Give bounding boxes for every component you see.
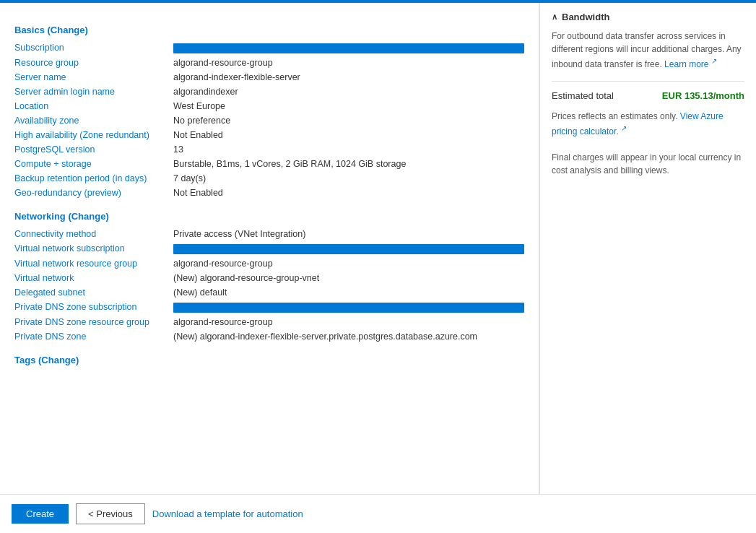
bandwidth-description: For outbound data transfer across servic… [552, 30, 744, 71]
label-connectivity: Connectivity method [14, 229, 173, 239]
field-row-connectivity: Connectivity method Private access (VNet… [14, 229, 524, 239]
value-dns-rg: algorand-resource-group [173, 317, 524, 327]
value-delegated-subnet: (New) default [173, 287, 524, 298]
tags-header[interactable]: Tags (Change) [14, 355, 524, 365]
value-server-name: algorand-indexer-flexible-server [173, 72, 524, 82]
label-subscription: Subscription [14, 43, 173, 53]
basics-header[interactable]: Basics (Change) [14, 25, 524, 35]
label-delegated-subnet: Delegated subnet [14, 287, 173, 298]
previous-button[interactable]: < Previous [76, 503, 145, 524]
label-admin-login: Server admin login name [14, 87, 173, 97]
external-link-icon-2: ↗ [621, 124, 627, 132]
basics-section: Basics (Change) Subscription Resource gr… [14, 25, 524, 198]
label-vnet-subscription: Virtual network subscription [14, 243, 173, 254]
label-availability-zone: Availability zone [14, 116, 173, 126]
cost-panel: ∧ Bandwidth For outbound data transfer a… [539, 3, 756, 494]
chevron-up-icon: ∧ [552, 12, 557, 22]
estimated-total-row: Estimated total EUR 135.13/month [552, 81, 744, 101]
pricing-note: Prices reflects an estimates only. View … [552, 110, 744, 177]
value-backup-retention: 7 day(s) [173, 173, 524, 183]
value-vnet: (New) algorand-resource-group-vnet [173, 273, 524, 283]
value-availability-zone: No preference [173, 116, 524, 126]
label-compute-storage: Compute + storage [14, 159, 173, 169]
estimated-total-label: Estimated total [552, 90, 614, 101]
networking-section: Networking (Change) Connectivity method … [14, 211, 524, 342]
learn-more-link[interactable]: Learn more ↗ [664, 59, 717, 69]
field-row-pg-version: PostgreSQL version 13 [14, 144, 524, 155]
field-row-vnet: Virtual network (New) algorand-resource-… [14, 273, 524, 283]
label-geo-redundancy: Geo-redundancy (preview) [14, 188, 173, 198]
bandwidth-title: Bandwidth [562, 12, 609, 22]
field-row-geo-redundancy: Geo-redundancy (preview) Not Enabled [14, 188, 524, 198]
external-link-icon: ↗ [711, 57, 717, 65]
value-dns-zone: (New) algorand-indexer-flexible-server.p… [173, 332, 524, 342]
label-dns-subscription: Private DNS zone subscription [14, 302, 173, 312]
value-admin-login: algorandindexer [173, 87, 524, 97]
bandwidth-title-row: ∧ Bandwidth [552, 12, 744, 22]
field-row-delegated-subnet: Delegated subnet (New) default [14, 287, 524, 298]
field-row-vnet-rg: Virtual network resource group algorand-… [14, 259, 524, 269]
label-server-name: Server name [14, 72, 173, 82]
label-vnet: Virtual network [14, 273, 173, 283]
value-connectivity: Private access (VNet Integration) [173, 229, 524, 239]
field-row-dns-rg: Private DNS zone resource group algorand… [14, 317, 524, 327]
tags-section: Tags (Change) [14, 355, 524, 365]
label-dns-rg: Private DNS zone resource group [14, 317, 173, 327]
label-resource-group: Resource group [14, 58, 173, 68]
value-high-availability: Not Enabled [173, 130, 524, 140]
label-backup-retention: Backup retention period (in days) [14, 173, 173, 183]
value-compute-storage: Burstable, B1ms, 1 vCores, 2 GiB RAM, 10… [173, 159, 524, 169]
estimated-total-value: EUR 135.13/month [662, 90, 744, 101]
field-row-vnet-subscription: Virtual network subscription [14, 243, 524, 254]
value-subscription [173, 43, 524, 53]
field-row-resource-group: Resource group algorand-resource-group [14, 58, 524, 68]
value-vnet-subscription [173, 244, 524, 254]
value-vnet-rg: algorand-resource-group [173, 259, 524, 269]
label-location: Location [14, 101, 173, 111]
value-location: West Europe [173, 101, 524, 111]
field-row-dns-zone: Private DNS zone (New) algorand-indexer-… [14, 332, 524, 342]
label-high-availability: High availability (Zone redundant) [14, 130, 173, 140]
main-content: Basics (Change) Subscription Resource gr… [0, 3, 539, 494]
field-row-dns-subscription: Private DNS zone subscription [14, 302, 524, 313]
label-pg-version: PostgreSQL version [14, 144, 173, 155]
field-row-admin-login: Server admin login name algorandindexer [14, 87, 524, 97]
create-button[interactable]: Create [12, 504, 69, 524]
field-row-availability-zone: Availability zone No preference [14, 116, 524, 126]
networking-header[interactable]: Networking (Change) [14, 211, 524, 222]
value-pg-version: 13 [173, 144, 524, 155]
field-row-backup-retention: Backup retention period (in days) 7 day(… [14, 173, 524, 183]
download-template-link[interactable]: Download a template for automation [152, 508, 303, 519]
footer-bar: Create < Previous Download a template fo… [0, 494, 756, 533]
value-geo-redundancy: Not Enabled [173, 188, 524, 198]
field-row-location: Location West Europe [14, 101, 524, 111]
label-vnet-rg: Virtual network resource group [14, 259, 173, 269]
field-row-server-name: Server name algorand-indexer-flexible-se… [14, 72, 524, 82]
value-dns-subscription [173, 303, 524, 313]
field-row-compute-storage: Compute + storage Burstable, B1ms, 1 vCo… [14, 159, 524, 169]
value-resource-group: algorand-resource-group [173, 58, 524, 68]
field-row-high-availability: High availability (Zone redundant) Not E… [14, 130, 524, 140]
label-dns-zone: Private DNS zone [14, 332, 173, 342]
field-row-subscription: Subscription [14, 43, 524, 53]
